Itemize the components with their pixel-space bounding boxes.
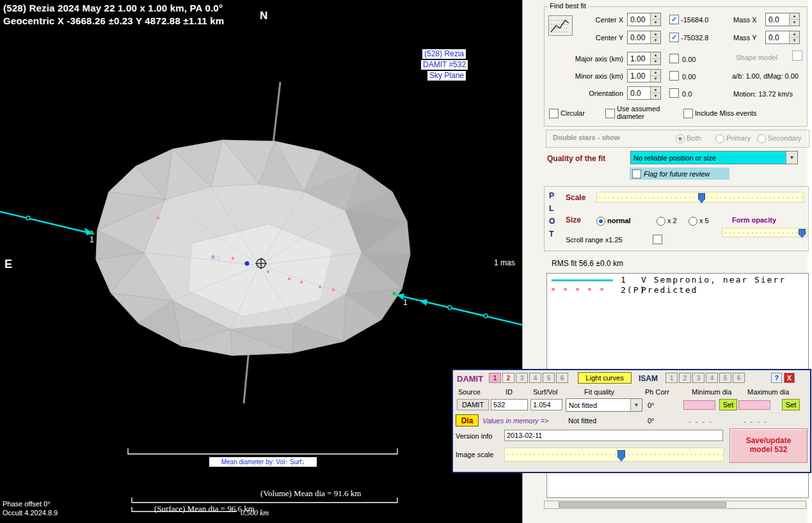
spin-down-icon[interactable]: ▼ [651, 76, 660, 82]
form-opacity-slider[interactable] [722, 228, 808, 237]
spin-down-icon[interactable]: ▼ [651, 59, 660, 65]
center-x-fitted-value: -15684.0 [681, 16, 708, 24]
size-x5-label: x 5 [699, 217, 709, 224]
set-min-dia-button[interactable]: Set [719, 399, 737, 410]
values-in-memory-label: Values in memory => [482, 417, 549, 425]
spin-down-icon[interactable]: ▼ [651, 93, 660, 99]
minor-axis-value[interactable]: 1.00 [628, 70, 650, 82]
scroll-range-checkbox[interactable] [653, 235, 662, 244]
mass-y-spinner[interactable]: 0.0 ▲▼ [765, 31, 800, 44]
close-button[interactable]: X [784, 373, 795, 383]
include-miss-checkbox[interactable] [683, 109, 693, 118]
isam-model-1-button[interactable]: 1 [665, 373, 678, 383]
center-y-fit-checkbox[interactable]: ✓ [669, 33, 679, 42]
spin-up-icon[interactable]: ▲ [651, 52, 660, 59]
circular-checkbox[interactable] [549, 109, 559, 118]
isam-model-5-button[interactable]: 5 [719, 373, 731, 383]
spin-up-icon[interactable]: ▲ [790, 31, 799, 38]
isam-model-2-button[interactable]: 2 [679, 373, 691, 383]
image-scale-thumb[interactable] [617, 450, 625, 462]
flag-review-checkbox[interactable] [632, 169, 641, 178]
shape-model-checkbox[interactable] [792, 51, 802, 61]
save-update-button[interactable]: Save/update model 532 [729, 428, 808, 463]
double-stars-primary-label: Primary [726, 134, 751, 142]
center-y-spinner[interactable]: 0.00 ▲▼ [627, 31, 661, 44]
shape-model-label: Shape model [736, 54, 777, 61]
opacity-slider-thumb[interactable] [799, 229, 806, 238]
min-dia-field[interactable] [683, 400, 715, 410]
version-info-field[interactable]: 2013-02-11 [504, 430, 723, 441]
damit-model-window[interactable]: DAMIT 1 2 3 4 5 6 Light curves ISAM 1 2 … [452, 369, 811, 473]
center-y-value[interactable]: 0.00 [628, 31, 650, 43]
quality-dropdown[interactable]: No reliable position or size ▼ [630, 151, 798, 164]
size-normal-radio[interactable] [596, 217, 605, 226]
assumed-diameter-checkbox[interactable] [605, 109, 615, 118]
major-axis-value[interactable]: 1.00 [628, 52, 650, 65]
damit-model-4-button[interactable]: 4 [529, 373, 541, 383]
major-axis-spinner[interactable]: 1.00 ▲▼ [627, 52, 661, 65]
isam-model-4-button[interactable]: 4 [706, 373, 718, 383]
scrollbar-thumb[interactable] [559, 502, 726, 508]
dropdown-arrow-icon[interactable]: ▼ [630, 399, 642, 411]
orientation-value[interactable]: 0.0 [628, 87, 650, 99]
flag-review-label: Flag for future review [644, 170, 710, 178]
isam-model-6-button[interactable]: 6 [733, 373, 745, 383]
occultation-chord-right[interactable] [395, 293, 522, 325]
size-x5-radio[interactable] [689, 217, 697, 226]
center-x-value[interactable]: 0.00 [628, 13, 650, 26]
spin-up-icon[interactable]: ▲ [651, 87, 660, 93]
spin-up-icon[interactable]: ▲ [651, 31, 660, 38]
sky-plane-canvas[interactable]: (528) Rezia 2024 May 22 1.00 x 1.00 km, … [0, 0, 522, 523]
image-scale-slider[interactable] [504, 448, 724, 462]
double-stars-secondary-radio[interactable] [757, 134, 766, 143]
scale-slider-thumb[interactable] [698, 193, 705, 203]
phase-offset-text: Phase offset 0° [3, 500, 51, 508]
fit-pattern-button[interactable] [548, 15, 573, 36]
center-x-spinner[interactable]: 0.00 ▲▼ [627, 13, 661, 26]
mass-x-value[interactable]: 0.0 [766, 13, 789, 26]
minor-axis-fit-checkbox[interactable] [669, 71, 679, 81]
help-button[interactable]: ? [771, 373, 782, 383]
occultation-chord-left[interactable] [0, 212, 94, 235]
light-curves-button[interactable]: Light curves [578, 372, 632, 384]
set-max-dia-button[interactable]: Set [782, 399, 800, 410]
damit-model-3-button[interactable]: 3 [516, 373, 528, 383]
header-ph-corr: Ph Corr [645, 388, 669, 396]
damit-model-2-button[interactable]: 2 [502, 373, 514, 383]
damit-model-5-button[interactable]: 5 [543, 373, 555, 383]
orientation-fit-checkbox[interactable] [669, 88, 679, 98]
spin-up-icon[interactable]: ▲ [651, 13, 660, 20]
spin-down-icon[interactable]: ▼ [651, 38, 660, 43]
plot-scale-slider[interactable] [596, 192, 804, 203]
double-stars-both-radio[interactable] [676, 134, 685, 143]
size-x2-radio[interactable] [657, 217, 665, 226]
horizontal-scrollbar[interactable] [544, 501, 806, 509]
damit-model-1-button[interactable]: 1 [489, 373, 501, 383]
spin-up-icon[interactable]: ▲ [651, 70, 660, 76]
damit-model-6-button[interactable]: 6 [556, 373, 568, 383]
header-fit-quality: Fit quality [584, 388, 614, 396]
isam-model-3-button[interactable]: 3 [692, 373, 705, 383]
double-stars-secondary-label: Secondary [768, 134, 802, 142]
major-axis-fit-checkbox[interactable] [669, 54, 679, 63]
legend-row1-text: V Sempronio, near Sierr [641, 275, 786, 285]
mass-x-spinner[interactable]: 0.0 ▲▼ [765, 13, 800, 26]
spin-up-icon[interactable]: ▲ [790, 13, 799, 20]
double-stars-primary-radio[interactable] [715, 134, 724, 143]
spin-down-icon[interactable]: ▼ [790, 20, 799, 26]
minor-axis-spinner[interactable]: 1.00 ▲▼ [627, 69, 661, 82]
spin-down-icon[interactable]: ▼ [790, 38, 799, 43]
isam-title: ISAM [639, 374, 658, 383]
header-surfvol: Surf/Vol [533, 388, 558, 396]
geocenter-dot [245, 262, 250, 266]
fit-quality-dropdown[interactable]: Not fitted ▼ [566, 398, 642, 412]
dropdown-arrow-icon[interactable]: ▼ [786, 152, 797, 164]
max-dia-field[interactable] [738, 400, 770, 410]
orientation-spinner[interactable]: 0.0 ▲▼ [627, 86, 661, 100]
mass-y-value[interactable]: 0.0 [766, 31, 789, 43]
spin-down-icon[interactable]: ▼ [651, 20, 660, 26]
center-x-fit-checkbox[interactable]: ✓ [669, 15, 679, 24]
dia-button[interactable]: Dia [456, 414, 479, 426]
model-surfvol-field[interactable]: 1.054 [530, 399, 562, 410]
model-id-field[interactable]: 532 [491, 399, 528, 410]
